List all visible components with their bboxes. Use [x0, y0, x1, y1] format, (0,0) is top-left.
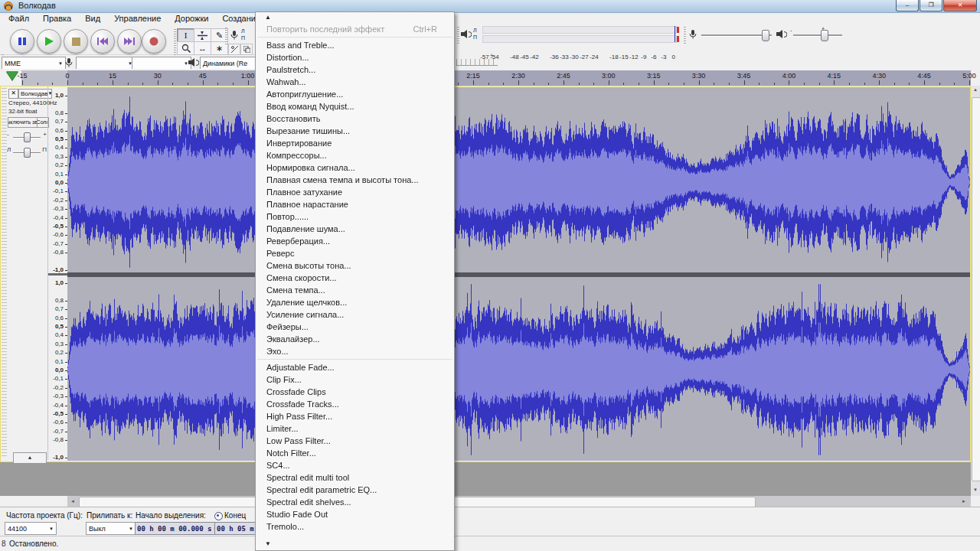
effects-menu-item[interactable]: Повтор......: [256, 210, 454, 223]
effects-menu-item[interactable]: Эхо...: [256, 345, 454, 357]
timeline-ruler[interactable]: -1501530451:001:151:301:452:002:152:302:…: [0, 69, 980, 86]
track-close-button[interactable]: ✕: [8, 89, 18, 99]
menu-scroll-up-arrow[interactable]: ▲: [256, 12, 454, 23]
effects-menu-item[interactable]: Ввод команд Nyquist...: [256, 100, 454, 112]
gain-slider-thumb[interactable]: [24, 132, 31, 142]
scroll-down-arrow[interactable]: ▼: [971, 487, 980, 492]
menubar-item[interactable]: Дорожки: [168, 13, 215, 25]
input-volume-thumb[interactable]: [762, 30, 769, 41]
stop-button[interactable]: [64, 29, 88, 54]
effects-menu-item[interactable]: Limiter...: [256, 422, 454, 435]
record-button[interactable]: [142, 29, 166, 54]
ruler-label-ch1: -0,3: [48, 205, 64, 212]
effects-menu-item[interactable]: Плавное нарастание: [256, 198, 454, 210]
effects-menu-item[interactable]: Crossfade Clips: [256, 386, 454, 398]
meter-scale-label: 0: [672, 54, 675, 60]
output-volume-slider[interactable]: [793, 34, 842, 37]
envelope-tool-button[interactable]: [194, 28, 211, 42]
vertical-scrollbar-thumb[interactable]: [972, 97, 980, 481]
input-device-select[interactable]: ▼: [76, 57, 136, 70]
skip-to-end-button[interactable]: [117, 29, 142, 54]
effects-menu-item[interactable]: Плавное затухание: [256, 186, 454, 198]
effects-menu-item[interactable]: Spectral edit multi tool: [256, 471, 454, 484]
effects-menu-item[interactable]: Bass and Treble...: [256, 39, 454, 51]
selection-start-time[interactable]: 00 h 00 m 00.000 s ▼: [135, 522, 217, 535]
effects-menu-item[interactable]: Нормировка сигнала...: [256, 161, 454, 174]
effects-menu-item[interactable]: Spectral edit parametric EQ...: [256, 484, 454, 496]
menu-scroll-down-arrow[interactable]: ▼: [256, 539, 455, 549]
edit-toolbar-button-2[interactable]: [240, 44, 253, 55]
effects-menu-item[interactable]: Clip Fix...: [256, 373, 454, 386]
skip-to-start-button[interactable]: [90, 29, 115, 54]
effects-menu-item[interactable]: Вырезание тишины...: [256, 125, 454, 137]
menubar-item[interactable]: Файл: [2, 13, 36, 25]
effects-menu-item[interactable]: Смена скорости...: [256, 272, 454, 284]
menubar-item[interactable]: Управление: [107, 13, 168, 25]
scroll-left-arrow[interactable]: ◄: [68, 499, 77, 504]
effects-menu-item[interactable]: Studio Fade Out: [256, 508, 454, 520]
play-button[interactable]: [37, 29, 61, 54]
maximize-button[interactable]: ❐: [920, 0, 942, 11]
effects-menu-item[interactable]: Tremolo...: [256, 520, 454, 533]
effects-menu-item[interactable]: Восстановить: [256, 112, 454, 125]
close-button[interactable]: ✕: [943, 0, 977, 11]
minimize-button[interactable]: –: [896, 0, 919, 11]
scroll-up-arrow[interactable]: ▲: [971, 87, 980, 92]
tools-toolbar-grip[interactable]: [174, 29, 176, 55]
output-volume-thumb[interactable]: [821, 30, 828, 41]
output-device-select[interactable]: Динамики (Re: [200, 57, 262, 70]
playback-meter-left-bar[interactable]: [482, 26, 677, 34]
scroll-right-arrow[interactable]: ►: [959, 499, 969, 504]
effects-menu-item[interactable]: Смена темпа...: [256, 284, 454, 296]
mute-button[interactable]: Выключить звук: [8, 117, 38, 128]
snap-to-select[interactable]: Выкл ▼: [86, 522, 136, 535]
pan-slider-thumb[interactable]: [24, 148, 31, 158]
menubar-item[interactable]: Правка: [36, 13, 78, 25]
effects-menu-item[interactable]: Фейзеры...: [256, 321, 454, 333]
transcription-slider-fragment[interactable]: [456, 59, 498, 66]
waveform-canvas[interactable]: [67, 87, 970, 461]
edit-toolbar-button-1[interactable]: [228, 44, 240, 55]
effects-menu-item[interactable]: Инвертирование: [256, 137, 454, 149]
effects-menu-item[interactable]: Adjustable Fade...: [256, 361, 454, 373]
track-collapse-button[interactable]: ▲: [13, 452, 47, 464]
effects-menu-item[interactable]: High Pass Filter...: [256, 410, 454, 422]
effects-menu-item[interactable]: Paulstretch...: [256, 64, 454, 76]
recording-meter-grip[interactable]: [225, 28, 227, 44]
track-panel-grip[interactable]: [2, 88, 7, 458]
effects-menu-item[interactable]: Crossfade Tracks...: [256, 398, 454, 410]
effects-menu-item[interactable]: Усиление сигнала...: [256, 308, 454, 321]
menu-item-label: Плавная смена темпа и высоты тона...: [266, 175, 419, 184]
quick-play-pin-icon[interactable]: [6, 71, 18, 80]
effects-menu-item[interactable]: Автоприглушение...: [256, 88, 454, 100]
mixer-toolbar-grip[interactable]: [684, 27, 686, 44]
pause-button[interactable]: [10, 29, 34, 54]
audio-host-select[interactable]: MME▼: [2, 57, 66, 70]
effects-menu-item[interactable]: Wahwah...: [256, 76, 454, 88]
effects-menu-item[interactable]: Distortion...: [256, 51, 454, 64]
playback-meter-grip[interactable]: [457, 27, 459, 44]
effects-menu-item[interactable]: Эквалайзер...: [256, 333, 454, 345]
project-rate-select[interactable]: 44100 ▼: [5, 522, 57, 535]
effects-menu-item[interactable]: Смена высоты тона...: [256, 259, 454, 272]
time-shift-tool-button[interactable]: ↔: [194, 41, 211, 55]
zoom-tool-button[interactable]: [177, 41, 194, 55]
effects-menu-item[interactable]: Low Pass Filter...: [256, 435, 454, 447]
effects-menu-item[interactable]: Spectral edit shelves...: [256, 496, 454, 508]
effects-menu-item[interactable]: Компрессоры...: [256, 149, 454, 161]
effects-menu-item[interactable]: Удаление щелчков...: [256, 296, 454, 308]
audio-track[interactable]: ✕ Волкодав ▼ Стерео, 44100Hz 32-bit floa…: [0, 86, 971, 462]
selection-tool-button[interactable]: I: [177, 28, 194, 42]
effects-menu-item[interactable]: Подавление шума...: [256, 223, 454, 235]
menubar-item[interactable]: Вид: [78, 13, 107, 25]
effects-menu-item[interactable]: Реверберация...: [256, 235, 454, 247]
pan-slider[interactable]: Л П: [7, 146, 47, 157]
effects-menu-item[interactable]: Реверс: [256, 247, 454, 259]
input-channels-select[interactable]: ▼: [132, 57, 191, 70]
effects-menu-item[interactable]: Notch Filter...: [256, 447, 454, 459]
gain-slider[interactable]: - +: [7, 131, 47, 142]
playback-meter-right-bar[interactable]: [482, 35, 677, 43]
effects-menu-item[interactable]: Плавная смена темпа и высоты тона...: [256, 174, 454, 186]
effects-menu-item[interactable]: SC4...: [256, 459, 454, 471]
end-radio-button[interactable]: [214, 512, 223, 520]
